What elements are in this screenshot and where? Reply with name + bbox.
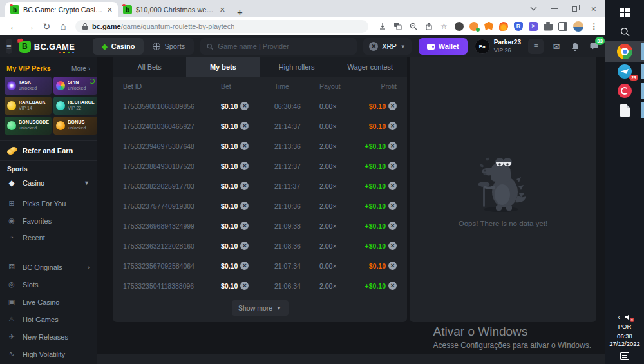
perk-icon [7,121,16,130]
sidebar-item-icon [7,234,16,242]
extensions-puzzle-icon[interactable] [544,22,553,31]
bet-id: 1753323632122028160 [123,242,221,250]
bookmark-star-icon[interactable]: ☆ [439,21,449,31]
home-icon[interactable]: ⌂ [56,21,70,32]
sidebar-item-casino[interactable]: ◆ Casino ▼ [0,174,97,192]
sidebar-item[interactable]: High Volatility [0,345,97,363]
vip-perk-card[interactable]: TASK unlocked [5,77,52,95]
mail-icon[interactable]: ✉ [551,41,562,52]
sidebar-item[interactable]: Recent [0,229,97,246]
user-profile[interactable]: Pa Parker23 VIP 26 [475,39,521,54]
sidebar-section-sports[interactable]: Sports [0,161,97,174]
bet-row[interactable]: 1753323822025917703 $0.10✕ 21:11:37 2.00… [113,176,407,196]
hidden-icons-chevron[interactable]: ‹ [618,313,620,321]
metamask-icon[interactable] [484,22,493,31]
bet-row[interactable]: 1753324010360465927 $0.10✕ 21:14:37 0.00… [113,116,407,136]
browser-profile-avatar[interactable] [573,21,583,32]
bell-icon[interactable] [569,41,581,52]
refer-and-earn[interactable]: Refer and Earn [0,140,97,161]
taskbar-document-button[interactable] [605,101,644,120]
bet-amount: $0.10 [221,142,238,150]
extension-flame-icon[interactable] [499,22,508,31]
taskbar-telegram-button[interactable]: 23 [605,62,644,81]
clock[interactable]: 06:38 27/12/2022 [609,332,640,348]
taskbar-red-app-button[interactable] [605,81,644,101]
bets-tab[interactable]: High rollers [260,57,334,77]
bet-row[interactable]: 1753323632122028160 $0.10✕ 21:08:36 2.00… [113,236,407,256]
speaker-muted-icon[interactable]: ✕ [625,314,632,321]
vip-more-link[interactable]: More › [71,65,90,72]
bets-tab[interactable]: Wager contest [334,57,407,77]
sidebar-item[interactable]: Favorites [0,212,97,229]
bcgame-logo[interactable]: B BC.GAME [19,41,75,53]
sidebar-item[interactable]: BC Originals › [0,258,97,276]
telegram-badge: 23 [629,75,638,81]
show-more-button[interactable]: Show more ▼ [232,300,289,316]
bet-row[interactable]: 1753323567092584064 $0.10✕ 21:07:34 0.00… [113,256,407,276]
bet-row[interactable]: 1753323946975307648 $0.10✕ 21:13:36 2.00… [113,136,407,156]
crocodile-mascot-illustration [468,152,538,213]
bet-row[interactable]: 1753323696894324999 $0.10✕ 21:09:38 2.00… [113,216,407,236]
vip-perk-card[interactable]: RECHARGE VIP 22 [53,97,97,115]
sidebar-item[interactable]: Hot Games [0,311,97,328]
browser-menu-kebab-icon[interactable]: ⋮ [589,21,599,31]
refresh-icon[interactable]: ↻ [40,21,54,32]
extension-shield-icon[interactable]: R [514,22,523,31]
new-tab-button[interactable]: + [237,6,243,17]
language-indicator[interactable]: POR [618,323,632,330]
download-icon[interactable] [377,21,387,31]
chat-icon[interactable]: 33 [588,41,600,52]
forward-icon[interactable]: → [23,21,37,32]
bet-row[interactable]: 1753323504118388096 $0.10✕ 21:06:34 2.00… [113,276,407,296]
sidebar-item[interactable]: Picks For You [0,195,97,212]
bet-row[interactable]: 1753359001068809856 $0.10✕ 06:30:46 0.00… [113,96,407,116]
zoom-icon[interactable] [408,21,418,31]
address-bar[interactable]: bc.game/game/quantum-roulette-by-playtec… [75,20,368,33]
bets-tab[interactable]: My bets [186,57,260,77]
tab-search-chevron-icon[interactable] [530,6,537,11]
side-panel-icon[interactable] [558,22,567,31]
game-search[interactable] [200,38,357,55]
wallet-button[interactable]: Wallet [419,38,468,55]
bet-row[interactable]: 1753323757740919303 $0.10✕ 21:10:36 2.00… [113,196,407,216]
tab-close-icon[interactable]: ✕ [220,6,225,14]
perk-title: RECHARGE [68,100,95,106]
nav-casino-button[interactable]: ◆ Casino [93,38,144,55]
browser-tab-1[interactable]: b BC.Game: Crypto Casino Games ✕ [5,2,118,17]
vip-perk-card[interactable]: RAKEBACK VIP 14 [5,97,52,115]
start-button[interactable] [605,3,644,22]
close-button[interactable]: × [591,4,596,14]
translate-icon[interactable] [393,21,402,31]
tab-close-icon[interactable]: ✕ [107,6,113,14]
hamburger-menu-icon[interactable]: ≡ [6,39,12,54]
sidebar-item[interactable]: New Releases [0,328,97,345]
share-icon[interactable] [424,21,433,31]
extension-icon[interactable] [455,22,464,31]
sidebar-item[interactable]: Slots [0,276,97,293]
extension-icon[interactable] [469,22,478,31]
action-center-icon[interactable] [620,352,629,360]
bet-list-icon[interactable]: ≡ [528,39,544,54]
vip-perk-card[interactable]: BONUSCODE unlocked [5,117,52,135]
sidebar-item[interactable]: Live Casino [0,293,97,311]
taskbar-chrome-button[interactable] [605,41,644,62]
vip-perk-card[interactable]: SPIN unlocked [53,77,97,95]
bets-tab[interactable]: All Bets [113,57,186,77]
browser-tab-2[interactable]: b $10,000 Christmas week special ✕ [118,2,231,17]
sidebar: My VIP Perks More › TASK unlocked [0,57,97,364]
taskbar-search-button[interactable] [605,22,644,41]
sidebar-item-icon [7,199,16,207]
back-icon[interactable]: ← [6,21,21,32]
toolbar-icons: ☆ R ➤ ⋮ [377,21,599,32]
minimize-button[interactable] [551,8,558,10]
restore-button[interactable] [572,6,577,12]
bets-table-body: 1753359001068809856 $0.10✕ 06:30:46 0.00… [113,96,407,296]
screen: b BC.Game: Crypto Casino Games ✕ b $10,0… [0,0,644,364]
nav-sports-button[interactable]: Sports [144,38,194,55]
search-input[interactable] [218,43,350,50]
vip-perk-card[interactable]: BONUS unlocked [53,117,97,135]
bet-payout: 2.00× [319,242,359,250]
extension-cursor-icon[interactable]: ➤ [529,22,538,31]
currency-selector[interactable]: ✕ XRP ▼ [363,38,412,55]
bet-row[interactable]: 1753323884930107520 $0.10✕ 21:12:37 2.00… [113,156,407,176]
